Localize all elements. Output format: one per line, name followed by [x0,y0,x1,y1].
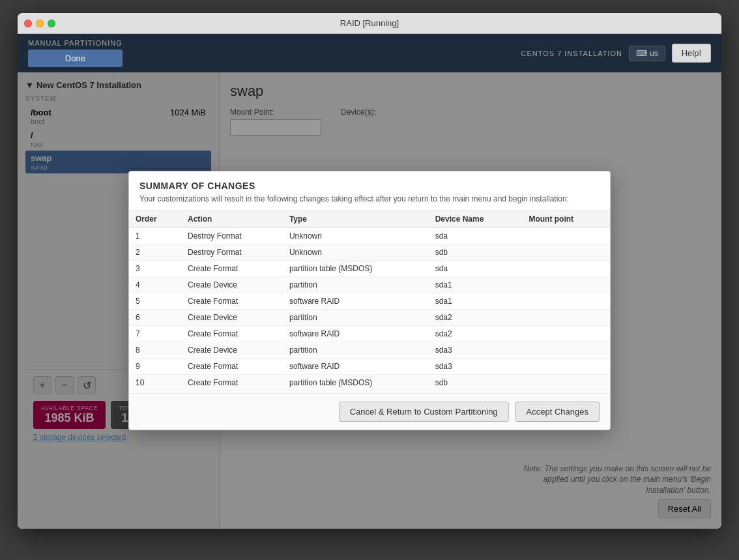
cell-device: sda1 [429,276,523,293]
cell-type: Unknown [283,228,429,244]
col-order: Order [129,211,181,228]
cell-action: Destroy Format [181,228,283,244]
cell-order: 3 [129,260,181,276]
cell-action: Create Format [181,358,283,374]
cell-mount [522,358,610,374]
cell-action: Create Device [181,342,283,358]
table-row: 7Create Formatsoftware RAIDsda2 [129,325,610,342]
changes-table: Order Action Type Device Name Mount poin… [129,211,610,393]
cell-action: Create Format [181,325,283,342]
keyboard-button[interactable]: ⌨ us [629,46,665,61]
cell-device: sda2 [429,325,523,342]
table-container[interactable]: Order Action Type Device Name Mount poin… [129,211,610,393]
cell-order: 9 [129,358,181,374]
cell-order: 6 [129,309,181,325]
cell-mount [522,260,610,276]
app-title: MANUAL PARTITIONING [28,39,123,47]
cell-device: sdb [429,374,523,391]
header-left: MANUAL PARTITIONING Done [28,39,123,67]
cell-device: sda [429,260,523,276]
cell-order: 8 [129,342,181,358]
accept-changes-button[interactable]: Accept Changes [515,402,600,422]
cell-action: Create Format [181,293,283,309]
col-mount: Mount point [522,211,610,228]
modal-footer: Cancel & Return to Custom Partitioning A… [129,393,610,430]
cell-type: Unknown [283,244,429,260]
help-button[interactable]: Help! [672,44,711,63]
table-row: 8Create Devicepartitionsda3 [129,342,610,358]
app-header: MANUAL PARTITIONING Done CENTOS 7 INSTAL… [18,34,721,72]
cell-mount [522,276,610,293]
table-row: 4Create Devicepartitionsda1 [129,276,610,293]
modal-title: SUMMARY OF CHANGES [139,181,600,191]
cell-device: sda3 [429,342,523,358]
col-device: Device Name [429,211,523,228]
table-row: 9Create Formatsoftware RAIDsda3 [129,358,610,374]
cell-type: partition [283,309,429,325]
table-row: 10Create Formatpartition table (MSDOS)sd… [129,374,610,391]
cell-order: 7 [129,325,181,342]
window-title: RAID [Running] [340,18,399,28]
cell-device: sda2 [429,309,523,325]
table-row: 1Destroy FormatUnknownsda [129,228,610,244]
cell-mount [522,309,610,325]
col-action: Action [181,211,283,228]
cell-mount [522,342,610,358]
cell-order: 5 [129,293,181,309]
table-row: 5Create Formatsoftware RAIDsda1 [129,293,610,309]
cell-mount [522,244,610,260]
header-right: CENTOS 7 INSTALLATION ⌨ us Help! [521,44,711,63]
modal-overlay: SUMMARY OF CHANGES Your customizations w… [18,72,721,529]
cell-action: Destroy Format [181,244,283,260]
cell-order: 10 [129,374,181,391]
maximize-button[interactable] [48,20,55,27]
modal-subtitle: Your customizations will result in the f… [139,194,600,205]
cell-action: Create Device [181,276,283,293]
minimize-button[interactable] [36,20,44,27]
summary-modal: SUMMARY OF CHANGES Your customizations w… [128,171,611,430]
traffic-lights [24,20,55,27]
cell-order: 2 [129,244,181,260]
cell-device: sda [429,228,523,244]
cell-action: Create Format [181,260,283,276]
modal-header: SUMMARY OF CHANGES Your customizations w… [129,171,610,211]
title-bar: RAID [Running] [18,13,721,34]
cell-device: sda3 [429,358,523,374]
cell-action: Create Format [181,374,283,391]
cell-type: partition table (MSDOS) [283,374,429,391]
cell-mount [522,293,610,309]
table-row: 2Destroy FormatUnknownsdb [129,244,610,260]
cell-action: Create Device [181,309,283,325]
cell-type: software RAID [283,293,429,309]
col-type: Type [283,211,429,228]
cell-device: sda1 [429,293,523,309]
done-button[interactable]: Done [28,50,123,67]
centos-label: CENTOS 7 INSTALLATION [521,50,622,57]
keyboard-lang: us [650,49,658,58]
cell-mount [522,325,610,342]
cell-type: software RAID [283,358,429,374]
table-header-row: Order Action Type Device Name Mount poin… [129,211,610,228]
keyboard-icon: ⌨ [636,49,647,58]
cell-type: partition table (MSDOS) [283,260,429,276]
main-content: ▼ New CentOS 7 Installation SYSTEM /boot… [18,72,721,529]
cell-type: partition [283,342,429,358]
cell-mount [522,374,610,391]
cancel-button[interactable]: Cancel & Return to Custom Partitioning [339,402,509,422]
cell-device: sdb [429,244,523,260]
close-button[interactable] [24,20,32,27]
cell-type: partition [283,276,429,293]
table-row: 6Create Devicepartitionsda2 [129,309,610,325]
cell-type: software RAID [283,325,429,342]
cell-order: 4 [129,276,181,293]
table-row: 3Create Formatpartition table (MSDOS)sda [129,260,610,276]
cell-order: 1 [129,228,181,244]
cell-mount [522,228,610,244]
